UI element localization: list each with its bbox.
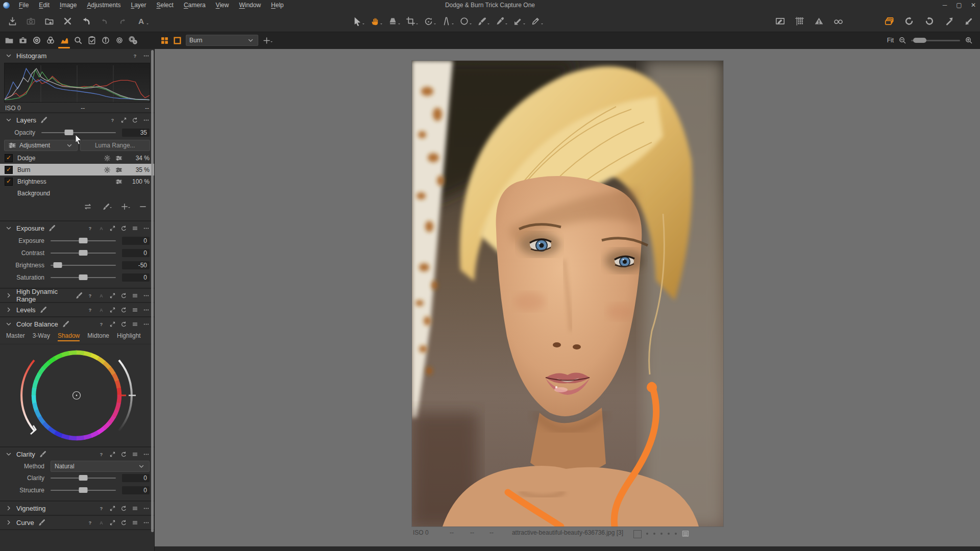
- add-view-button[interactable]: [262, 36, 271, 45]
- zoom-in-icon[interactable]: [965, 36, 973, 44]
- slider-value[interactable]: 0: [122, 273, 150, 282]
- chevron-right-icon[interactable]: [5, 306, 13, 314]
- chevron-right-icon[interactable]: [5, 518, 13, 527]
- copy-adjustments-icon[interactable]: [84, 203, 92, 211]
- brush-icon[interactable]: [62, 320, 70, 328]
- help-icon[interactable]: ?: [87, 307, 93, 313]
- expand-icon[interactable]: [109, 321, 116, 328]
- rating-dot[interactable]: [675, 533, 677, 535]
- list-view-icon[interactable]: [681, 530, 690, 538]
- more-icon[interactable]: [143, 53, 150, 59]
- auto-icon[interactable]: A: [98, 225, 105, 232]
- help-icon[interactable]: ?: [87, 519, 93, 526]
- sun-icon[interactable]: [104, 155, 111, 162]
- help-icon[interactable]: ?: [132, 53, 138, 59]
- more-icon[interactable]: [143, 117, 150, 123]
- zoom-slider-thumb[interactable]: [913, 38, 926, 43]
- layer-visibility-checkbox[interactable]: ✓: [5, 154, 13, 162]
- help-icon[interactable]: ?: [87, 225, 93, 232]
- brush-icon[interactable]: [38, 518, 46, 527]
- expand-icon[interactable]: [109, 519, 116, 526]
- reset-icon[interactable]: [120, 292, 127, 299]
- opacity-slider-thumb[interactable]: [65, 130, 74, 135]
- reset-icon[interactable]: [120, 321, 127, 328]
- layer-row[interactable]: ✓Dodge34 %: [0, 152, 154, 164]
- sliders-icon[interactable]: [115, 155, 122, 162]
- maximize-button[interactable]: ▢: [955, 0, 963, 10]
- slider-value[interactable]: 0: [122, 249, 150, 257]
- layer-row[interactable]: ✓Brightness100 %: [0, 176, 154, 187]
- brush-icon[interactable]: [48, 224, 56, 232]
- gradient-tool[interactable]: [512, 15, 524, 27]
- minus-icon[interactable]: [139, 203, 147, 211]
- reset-icon[interactable]: [120, 519, 127, 526]
- plus-icon[interactable]: [120, 203, 129, 211]
- slider-thumb[interactable]: [79, 274, 88, 280]
- chevron-down-icon[interactable]: [5, 320, 13, 328]
- cb-tab-highlight[interactable]: Highlight: [117, 332, 141, 341]
- grid-overlay-button[interactable]: [793, 15, 805, 27]
- opacity-value[interactable]: 35: [122, 129, 150, 137]
- brush-icon[interactable]: [39, 450, 47, 458]
- expand-icon[interactable]: [109, 292, 116, 299]
- more-icon[interactable]: [143, 225, 150, 232]
- select-tool[interactable]: [351, 15, 363, 27]
- text-style-button[interactable]: A: [135, 15, 147, 27]
- zoom-slider[interactable]: [911, 40, 960, 41]
- slider-thumb[interactable]: [54, 262, 62, 268]
- menu-icon[interactable]: [132, 451, 138, 458]
- more-icon[interactable]: [143, 307, 150, 313]
- chevron-down-icon[interactable]: [5, 450, 13, 458]
- menu-file[interactable]: File: [14, 2, 34, 9]
- more-icon[interactable]: [143, 321, 150, 328]
- color-wheel[interactable]: [0, 344, 154, 453]
- layer-visibility-checkbox[interactable]: ✓: [5, 166, 13, 174]
- layer-visibility-checkbox[interactable]: ✓: [5, 178, 13, 186]
- more-icon[interactable]: [143, 505, 150, 512]
- tool-tab-color[interactable]: [43, 32, 57, 48]
- brush-icon[interactable]: [40, 116, 48, 124]
- clarity-slider[interactable]: [51, 478, 116, 479]
- undo-circular-button[interactable]: [903, 15, 915, 27]
- history-back-button[interactable]: [98, 15, 110, 27]
- sun-icon[interactable]: [104, 166, 111, 173]
- menu-icon[interactable]: [132, 519, 138, 526]
- rating-dot[interactable]: [646, 533, 648, 535]
- help-icon[interactable]: ?: [109, 117, 116, 123]
- brush-icon[interactable]: [39, 306, 47, 314]
- camera-capture-button[interactable]: [24, 15, 37, 27]
- rating-dot[interactable]: [653, 533, 655, 535]
- reset-icon[interactable]: [132, 117, 138, 123]
- luma-range-button[interactable]: Luma Range...: [80, 140, 150, 151]
- menu-view[interactable]: View: [211, 2, 234, 9]
- tool-tab-settings[interactable]: [112, 32, 126, 48]
- auto-icon[interactable]: A: [98, 292, 105, 299]
- brush-small-icon[interactable]: [102, 203, 110, 211]
- expand-icon[interactable]: [109, 307, 116, 313]
- cb-tab-midtone[interactable]: Midtone: [87, 332, 109, 341]
- slider-thumb[interactable]: [79, 250, 88, 256]
- help-icon[interactable]: ?: [98, 321, 105, 328]
- redo-circular-button[interactable]: [923, 15, 935, 27]
- exposure-slider[interactable]: [51, 240, 116, 241]
- slider-value[interactable]: 0: [122, 237, 150, 245]
- brightness-slider[interactable]: [51, 265, 116, 266]
- sliders-icon[interactable]: [115, 178, 122, 185]
- menu-help[interactable]: Help: [266, 2, 289, 9]
- auto-icon[interactable]: A: [98, 307, 105, 313]
- menu-camera[interactable]: Camera: [179, 2, 211, 9]
- tool-tab-lens[interactable]: [30, 32, 43, 48]
- minimize-button[interactable]: ─: [941, 0, 948, 10]
- arrow-out-button[interactable]: [943, 15, 955, 27]
- photo[interactable]: [412, 61, 723, 527]
- layer-select-dropdown[interactable]: Burn: [186, 35, 258, 46]
- pencil-tool[interactable]: [530, 15, 542, 27]
- browser-toggle-button[interactable]: [883, 15, 895, 27]
- proof-view-button[interactable]: [832, 15, 844, 27]
- menu-icon[interactable]: [132, 292, 138, 299]
- slider-thumb[interactable]: [79, 238, 88, 243]
- more-icon[interactable]: [143, 519, 150, 526]
- menu-layer[interactable]: Layer: [126, 2, 151, 9]
- arrow-in-button[interactable]: [963, 15, 975, 27]
- slider-thumb[interactable]: [79, 475, 88, 481]
